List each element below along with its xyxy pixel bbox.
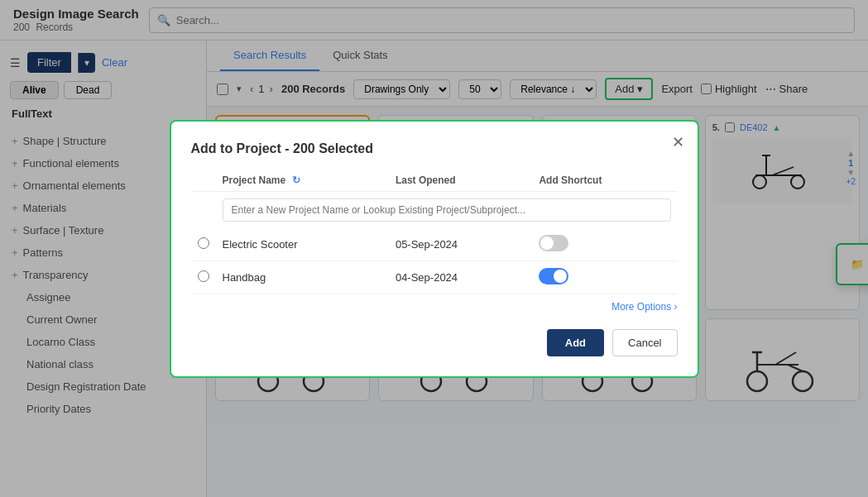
project-date-scooter: 05-Sep-2024 xyxy=(389,228,533,261)
modal-title: Add to Project - 200 Selected xyxy=(191,141,678,156)
project-name-handbag: Handbag xyxy=(216,260,389,294)
project-name-input[interactable] xyxy=(223,198,671,222)
modal-backdrop: Add to Project - 200 Selected ✕ Project … xyxy=(0,0,868,497)
modal-table: Project Name ↻ Last Opened Add Shortcut xyxy=(191,170,678,294)
col-last-opened: Last Opened xyxy=(389,170,533,192)
col-add-shortcut: Add Shortcut xyxy=(532,170,677,192)
more-options-link[interactable]: More Options › xyxy=(191,301,678,313)
radio-scooter[interactable] xyxy=(198,237,209,249)
radio-handbag[interactable] xyxy=(198,270,209,282)
col-project-name: Project Name ↻ xyxy=(216,170,389,192)
col-radio xyxy=(191,170,216,192)
refresh-icon[interactable]: ↻ xyxy=(292,174,300,186)
project-date-handbag: 04-Sep-2024 xyxy=(389,260,533,294)
modal-footer: Add Cancel xyxy=(191,329,678,356)
toggle-handbag[interactable] xyxy=(539,268,568,284)
modal-add-button[interactable]: Add xyxy=(547,329,604,356)
project-row-handbag: Handbag 04-Sep-2024 xyxy=(191,260,678,294)
project-row-scooter: Electric Scooter 05-Sep-2024 xyxy=(191,228,678,261)
modal-close-button[interactable]: ✕ xyxy=(672,133,684,151)
project-name-scooter: Electric Scooter xyxy=(216,228,389,261)
add-to-project-modal: Add to Project - 200 Selected ✕ Project … xyxy=(170,120,699,378)
project-input-row xyxy=(191,191,678,228)
modal-cancel-button[interactable]: Cancel xyxy=(612,329,677,356)
toggle-scooter[interactable] xyxy=(539,235,568,251)
